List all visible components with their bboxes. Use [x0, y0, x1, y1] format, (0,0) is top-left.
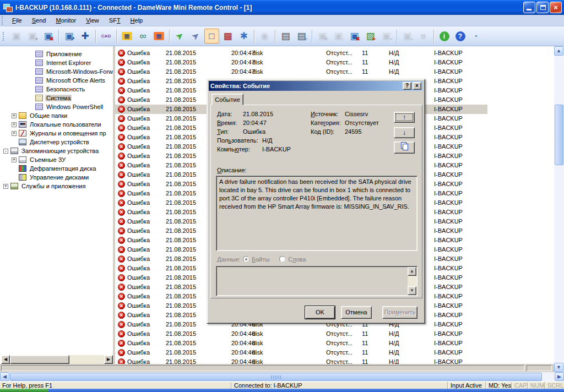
scroll-down-icon[interactable]: ▼	[554, 363, 563, 372]
bytes-radio[interactable]	[243, 256, 249, 262]
tree-horizontal-scrollbar[interactable]: ◀ ▶	[1, 355, 113, 364]
ctrl-alt-del-button[interactable]: CAD	[99, 29, 113, 43]
copy-button[interactable]	[394, 141, 415, 154]
event-row[interactable]: ×Ошибка21.08.201520:04:46diskОтсутст...1…	[115, 348, 554, 357]
start-button[interactable]	[0, 389, 48, 392]
remote-screen-button[interactable]: ▣↗	[62, 29, 77, 43]
scroll-up-icon[interactable]: ▲	[554, 46, 563, 56]
toolbar-options-button[interactable]: »	[469, 29, 484, 43]
cancel-button[interactable]: Отмена	[341, 306, 372, 319]
expand-icon[interactable]: +	[12, 157, 17, 162]
pc-install-button[interactable]: ▣▫	[379, 29, 394, 43]
viewport-vertical-scrollbar[interactable]: ▲ ▼	[554, 46, 564, 372]
scroll-right-icon[interactable]: ▶	[104, 355, 113, 364]
menu-sft[interactable]: SFT	[104, 16, 126, 25]
menubar-gripper[interactable]	[2, 16, 4, 25]
data-box-scrollbar[interactable]: ▲ ▼	[408, 267, 416, 295]
menu-send[interactable]: Send	[27, 16, 51, 25]
tree-item-журналы-и-оповещения-пр[interactable]: +Журналы и оповещения пр	[12, 129, 107, 138]
menu-help[interactable]: Help	[126, 16, 148, 25]
collapse-icon[interactable]: -	[3, 149, 8, 154]
event-row[interactable]: ×Ошибка21.08.201520:04:46diskОтсутст...1…	[115, 339, 554, 348]
next-event-button[interactable]: ↓	[394, 127, 415, 138]
tree-item-запоминающие-устройства[interactable]: -Запоминающие устройства	[3, 146, 100, 155]
view-only-button[interactable]: ∞	[135, 29, 150, 43]
removable-icon	[19, 156, 26, 163]
print-preview-button[interactable]: ▤○	[294, 29, 309, 43]
scroll-left-icon[interactable]: ◀	[0, 372, 9, 381]
tree-item-съемные-зу[interactable]: +Съемные ЗУ	[12, 155, 67, 164]
link-broken-button[interactable]: ▣✖	[315, 29, 330, 43]
event-row[interactable]: ×Ошибка21.08.201520:04:47diskОтсутст...1…	[115, 67, 554, 77]
event-row[interactable]: ×Ошибка21.08.201520:04:47diskОтсутст...1…	[115, 48, 554, 58]
tree-item-система[interactable]: Система	[28, 94, 72, 102]
unlock-keyboard-button[interactable]: ▦	[416, 29, 431, 43]
description-box[interactable]: A drive failure notification has been re…	[216, 176, 417, 251]
minimize-button[interactable]	[523, 2, 535, 13]
scroll-down-icon[interactable]: ▼	[408, 286, 416, 295]
settings-button[interactable]: ✱	[236, 29, 251, 43]
option-grid-button[interactable]: ▩	[220, 29, 235, 43]
cascade-windows-button[interactable]: ▣▫	[400, 29, 415, 43]
previous-event-button[interactable]: ↑	[394, 112, 415, 123]
tree-item-общие-папки[interactable]: +Общие папки	[12, 111, 68, 120]
pc-refresh-remove-button[interactable]: ▣✖	[347, 29, 362, 43]
event-row[interactable]: ×Ошибка21.08.201520:04:46diskОтсутст...1…	[115, 357, 554, 364]
scroll-right-icon[interactable]: ▶	[555, 372, 564, 381]
tree-item-дефрагментация-диска[interactable]: Дефрагментация диска	[12, 164, 97, 173]
tree-item-локальные-пользователи[interactable]: +Локальные пользователи	[12, 120, 102, 129]
expand-icon[interactable]: +	[3, 184, 8, 189]
horizontal-scroll-thumb[interactable]	[10, 373, 542, 381]
expand-icon[interactable]: +	[12, 113, 17, 118]
tree-item-службы-и-приложения[interactable]: +Службы и приложения	[3, 182, 86, 190]
file-transfer-button[interactable]: ▨➤	[363, 29, 378, 43]
tree-item-microsoft-office-alerts[interactable]: Microsoft Office Alerts	[28, 76, 106, 85]
toolbar-gripper[interactable]	[3, 32, 6, 41]
vertical-scroll-thumb[interactable]	[555, 105, 563, 165]
scroll-left-icon[interactable]: ◀	[1, 355, 10, 364]
expand-icon[interactable]: +	[12, 131, 17, 136]
data-box[interactable]: ▲ ▼	[216, 266, 417, 296]
dialog-close-button[interactable]: ×	[413, 82, 421, 90]
disconnect-button[interactable]: ▣✖	[41, 29, 56, 43]
tree-item-internet-explorer[interactable]: Internet Explorer	[28, 58, 92, 67]
type-cell: Ошибка	[127, 87, 150, 94]
info-button[interactable]: i	[437, 29, 452, 43]
menu-monitor[interactable]: Monitor	[51, 16, 81, 25]
local-cursor-button[interactable]: ➤	[188, 29, 203, 43]
event-row[interactable]: ×Ошибка21.08.201520:04:47diskОтсутст...1…	[115, 58, 554, 67]
tab-event[interactable]: Событие	[212, 94, 243, 105]
frame-toggle-button[interactable]: □	[204, 29, 219, 43]
scroll-up-icon[interactable]: ▲	[408, 267, 416, 276]
menu-view[interactable]: View	[81, 16, 104, 25]
words-radio[interactable]	[279, 256, 285, 262]
tree-item-microsoft-windows-forw[interactable]: Microsoft-Windows-Forw	[28, 67, 113, 76]
computer-cell: I-BACKUP	[434, 59, 463, 66]
pan-button[interactable]: ✚	[78, 29, 93, 43]
category-cell: Отсутст...	[326, 59, 352, 66]
expand-icon[interactable]: +	[12, 122, 17, 127]
apply-button[interactable]: Применить	[382, 306, 417, 319]
help-button[interactable]: ?	[453, 29, 468, 43]
tree-item-безопасность[interactable]: Безопасность	[28, 85, 86, 94]
pc-stack-button[interactable]: ▣▫	[331, 29, 346, 43]
tree-item-диспетчер-устройств[interactable]: Диспетчер устройств	[12, 138, 90, 146]
connect-button[interactable]: ▣	[9, 29, 24, 43]
viewport-horizontal-scrollbar[interactable]: ◀ ▶	[0, 372, 564, 382]
hot-keyboard-button[interactable]: ▦	[151, 29, 166, 43]
print-button[interactable]: ▤	[278, 29, 293, 43]
web-button[interactable]: ◉	[257, 29, 272, 43]
ok-button[interactable]: OK	[305, 306, 335, 319]
close-button[interactable]: ×	[550, 2, 562, 13]
tree-item-управление-дисками[interactable]: Управление дисками	[12, 173, 90, 182]
restore-button[interactable]	[536, 2, 549, 13]
event-row[interactable]: ×Ошибка21.08.201520:04:46diskОтсутст...1…	[115, 329, 554, 339]
tree-item-windows-powershell[interactable]: Windows PowerShell	[28, 102, 104, 111]
remote-cursor-button[interactable]: ➤	[172, 29, 187, 43]
tree-scroll-thumb[interactable]	[10, 355, 69, 364]
lock-keyboard-button[interactable]: ▦	[120, 29, 134, 43]
dialog-help-button[interactable]: ?	[403, 82, 411, 90]
tree-item-приложение[interactable]: Приложение	[28, 50, 83, 58]
menu-file[interactable]: File	[7, 16, 27, 25]
reconnect-button[interactable]: ▣▾	[25, 29, 40, 43]
